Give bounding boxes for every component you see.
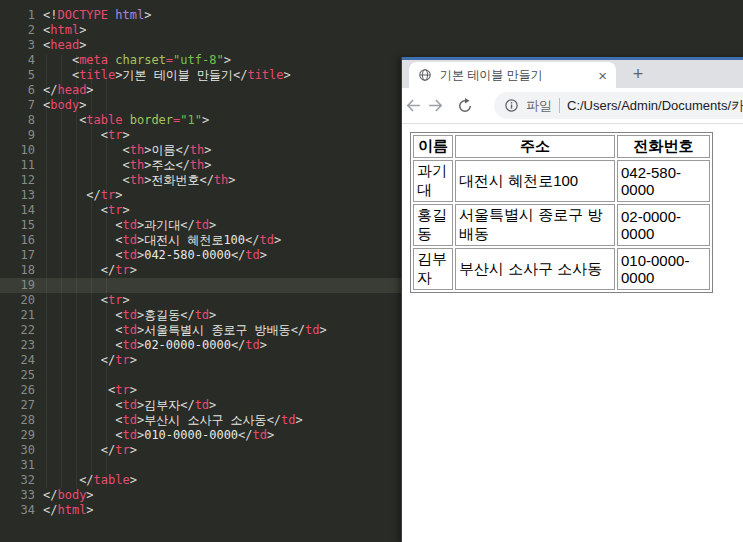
line-number: 5 <box>0 68 35 83</box>
line-number: 26 <box>0 383 35 398</box>
line-number: 4 <box>0 53 35 68</box>
code-text <box>35 368 43 383</box>
browser-window: 기본 테이블 만들기 × + <box>401 57 743 542</box>
code-text: <td>김부자</td> <box>35 398 216 413</box>
table-cell: 042-580-0000 <box>617 160 710 202</box>
line-number: 27 <box>0 398 35 413</box>
line-number: 13 <box>0 188 35 203</box>
tab-title: 기본 테이블 만들기 <box>440 67 590 84</box>
reload-button[interactable] <box>454 93 476 119</box>
code-text <box>35 278 43 293</box>
code-text: <tr> <box>35 293 130 308</box>
line-number: 18 <box>0 263 35 278</box>
code-text: <tr> <box>35 203 130 218</box>
code-text: <td>02-0000-0000</td> <box>35 338 267 353</box>
code-text: </tr> <box>35 188 123 203</box>
code-text: <td>서울특별시 종로구 방배동</td> <box>35 323 327 338</box>
address-bar[interactable]: 파일 C:/Users/Admin/Documents/카카오 <box>494 92 743 119</box>
table-header-row: 이름주소전화번호 <box>413 135 710 158</box>
browser-tab[interactable]: 기본 테이블 만들기 × <box>409 62 616 88</box>
code-text: </tr> <box>35 353 137 368</box>
line-number: 3 <box>0 38 35 53</box>
page-content: 이름주소전화번호과기대대전시 혜천로100042-580-0000홍길동서울특별… <box>402 124 743 542</box>
line-number: 6 <box>0 83 35 98</box>
code-text: <td>과기대</td> <box>35 218 216 233</box>
line-number: 2 <box>0 23 35 38</box>
url-separator <box>559 98 560 113</box>
code-text: <head> <box>35 38 86 53</box>
line-number: 12 <box>0 173 35 188</box>
code-text: <td>부산시 소사구 소사동</td> <box>35 413 303 428</box>
tab-strip: 기본 테이블 만들기 × + <box>402 60 743 88</box>
line-number: 1 <box>0 8 35 23</box>
code-text: <tr> <box>35 128 130 143</box>
url-text: C:/Users/Admin/Documents/카카오 <box>567 97 743 115</box>
line-number: 31 <box>0 458 35 473</box>
table-cell: 서울특별시 종로구 방배동 <box>455 204 615 246</box>
line-number: 20 <box>0 293 35 308</box>
table-header-cell: 이름 <box>413 135 453 158</box>
code-text: <title>기본 테이블 만들기</title> <box>35 68 291 83</box>
back-button[interactable] <box>402 93 424 119</box>
line-number: 34 <box>0 503 35 518</box>
line-number: 32 <box>0 473 35 488</box>
table-cell: 부산시 소사구 소사동 <box>455 248 615 290</box>
table-cell: 과기대 <box>413 160 453 202</box>
table-row: 김부자부산시 소사구 소사동010-0000-0000 <box>413 248 710 290</box>
code-line: 1<!DOCTYPE html> <box>0 8 743 23</box>
line-number: 22 <box>0 323 35 338</box>
code-text: <th>전화번호</th> <box>35 173 236 188</box>
code-text: <meta charset="utf-8"> <box>35 53 231 68</box>
code-text: </tr> <box>35 443 137 458</box>
code-text: </tr> <box>35 263 137 278</box>
code-line: 2<html> <box>0 23 743 38</box>
line-number: 17 <box>0 248 35 263</box>
code-text: <td>대전시 혜천로100</td> <box>35 233 281 248</box>
code-line: 3<head> <box>0 38 743 53</box>
line-number: 15 <box>0 218 35 233</box>
code-text: <td>042-580-0000</td> <box>35 248 267 263</box>
code-text: <tr> <box>35 383 137 398</box>
line-number: 33 <box>0 488 35 503</box>
forward-button[interactable] <box>424 93 446 119</box>
line-number: 30 <box>0 443 35 458</box>
line-number: 14 <box>0 203 35 218</box>
code-text: <!DOCTYPE html> <box>35 8 151 23</box>
code-text: <td>홍길동</td> <box>35 308 216 323</box>
code-text: <td>010-0000-0000</td> <box>35 428 274 443</box>
code-text: <table border="1"> <box>35 113 209 128</box>
code-text: </head> <box>35 83 94 98</box>
line-number: 8 <box>0 113 35 128</box>
table-cell: 010-0000-0000 <box>617 248 710 290</box>
line-number: 24 <box>0 353 35 368</box>
tab-close-icon[interactable]: × <box>598 68 607 83</box>
code-text: </table> <box>35 473 137 488</box>
table-header-cell: 주소 <box>455 135 615 158</box>
table-cell: 홍길동 <box>413 204 453 246</box>
table-row: 홍길동서울특별시 종로구 방배동02-0000-0000 <box>413 204 710 246</box>
code-text: </html> <box>35 503 94 518</box>
code-text: <html> <box>35 23 86 38</box>
line-number: 29 <box>0 428 35 443</box>
rendered-html-table: 이름주소전화번호과기대대전시 혜천로100042-580-0000홍길동서울특별… <box>410 132 713 293</box>
table-cell: 02-0000-0000 <box>617 204 710 246</box>
table-cell: 대전시 혜천로100 <box>455 160 615 202</box>
code-text <box>35 458 43 473</box>
new-tab-button[interactable]: + <box>626 62 650 86</box>
browser-toolbar: 파일 C:/Users/Admin/Documents/카카오 <box>402 88 743 124</box>
line-number: 7 <box>0 98 35 113</box>
line-number: 23 <box>0 338 35 353</box>
code-text: <th>이름</th> <box>35 143 212 158</box>
table-header-cell: 전화번호 <box>617 135 710 158</box>
table-row: 과기대대전시 혜천로100042-580-0000 <box>413 160 710 202</box>
page-info-icon[interactable] <box>504 98 519 113</box>
file-scheme-label: 파일 <box>526 97 552 115</box>
line-number: 16 <box>0 233 35 248</box>
line-number: 11 <box>0 158 35 173</box>
globe-favicon-icon <box>418 68 432 82</box>
line-number: 9 <box>0 128 35 143</box>
line-number: 19 <box>0 278 35 293</box>
line-number: 25 <box>0 368 35 383</box>
table-cell: 김부자 <box>413 248 453 290</box>
code-text: <th>주소</th> <box>35 158 212 173</box>
